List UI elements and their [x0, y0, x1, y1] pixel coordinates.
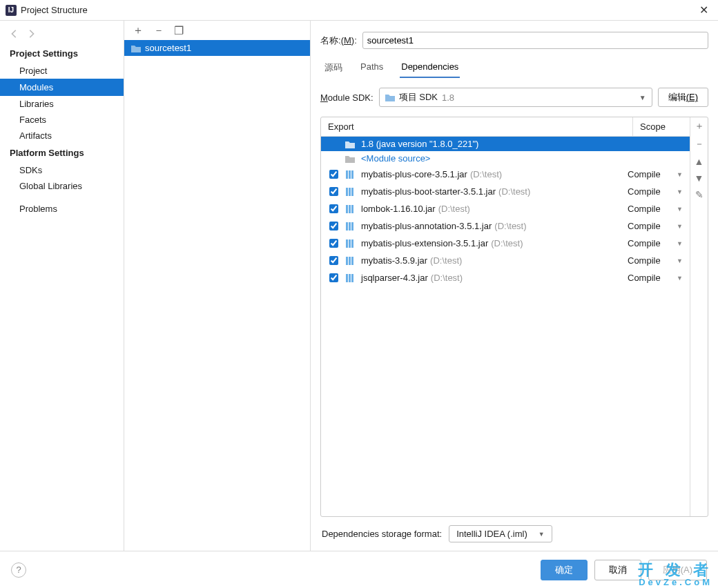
- remove-dep-icon[interactable]: －: [695, 138, 704, 150]
- svg-rect-2: [351, 170, 353, 179]
- left-nav: Project Settings ProjectModulesLibraries…: [0, 21, 124, 551]
- svg-rect-12: [346, 239, 348, 248]
- add-module-icon[interactable]: ＋: [133, 23, 144, 38]
- export-checkbox[interactable]: [329, 239, 338, 248]
- svg-rect-10: [349, 222, 351, 231]
- copy-module-icon[interactable]: ❐: [174, 24, 184, 37]
- scope-select[interactable]: Compile▼: [628, 238, 683, 248]
- remove-module-icon[interactable]: －: [153, 23, 164, 38]
- nav-item-global-libraries[interactable]: Global Libraries: [0, 178, 124, 194]
- nav-item-project[interactable]: Project: [0, 63, 124, 79]
- library-icon: [345, 256, 356, 266]
- dependency-name: mybatis-plus-boot-starter-3.5.1.jar(D:\t…: [361, 186, 622, 197]
- close-icon[interactable]: ✕: [695, 3, 712, 17]
- name-label: 名称:(M):: [320, 35, 357, 47]
- watermark: 开 发 者 DevZe.CoM: [638, 562, 712, 587]
- ok-button[interactable]: 确定: [541, 560, 588, 580]
- scope-select[interactable]: Compile▼: [628, 169, 683, 179]
- export-checkbox[interactable]: [329, 256, 338, 265]
- module-row-sourcetest1[interactable]: sourcetest1: [124, 40, 310, 56]
- scope-select[interactable]: Compile▼: [628, 221, 683, 231]
- chevron-down-icon: ▼: [639, 94, 646, 101]
- dependency-row[interactable]: mybatis-plus-boot-starter-3.5.1.jar(D:\t…: [321, 183, 690, 200]
- svg-rect-4: [349, 188, 351, 196]
- export-checkbox[interactable]: [329, 273, 338, 282]
- storage-format-select[interactable]: IntelliJ IDEA (.iml) ▼: [449, 525, 552, 542]
- svg-rect-19: [349, 274, 351, 282]
- edit-sdk-button[interactable]: 编辑(E): [658, 88, 708, 107]
- cancel-button[interactable]: 取消: [594, 560, 641, 580]
- dependency-row[interactable]: <Module source>: [321, 151, 690, 166]
- nav-item-libraries[interactable]: Libraries: [0, 96, 124, 112]
- module-detail-panel: 名称:(M): 源码PathsDependencies Module SDK: …: [311, 21, 718, 551]
- folder-icon: [345, 140, 356, 148]
- nav-item-modules[interactable]: Modules: [0, 79, 124, 96]
- dependency-row[interactable]: mybatis-plus-core-3.5.1.jar(D:\test)Comp…: [321, 166, 690, 183]
- nav-item-sdks[interactable]: SDKs: [0, 162, 124, 178]
- platform-settings-header: Platform Settings: [0, 144, 124, 162]
- scope-select[interactable]: Compile▼: [628, 273, 683, 283]
- module-sdk-select[interactable]: 项目 SDK 1.8 ▼: [379, 88, 652, 107]
- library-icon: [345, 222, 356, 231]
- svg-rect-9: [346, 222, 348, 231]
- svg-rect-7: [349, 205, 351, 213]
- module-list-panel: ＋ － ❐ sourcetest1: [124, 21, 311, 551]
- scope-select[interactable]: Compile▼: [628, 204, 683, 214]
- titlebar: IJ Project Structure ✕: [0, 0, 718, 21]
- library-icon: [345, 204, 356, 214]
- folder-icon: [345, 155, 356, 163]
- chevron-down-icon: ▼: [677, 206, 683, 213]
- app-icon: IJ: [6, 5, 17, 16]
- move-down-icon[interactable]: ▼: [695, 173, 704, 184]
- svg-rect-11: [351, 222, 353, 231]
- export-checkbox[interactable]: [329, 222, 338, 231]
- scope-select[interactable]: Compile▼: [628, 255, 683, 266]
- chevron-down-icon: ▼: [677, 223, 683, 230]
- library-icon: [345, 273, 356, 283]
- help-icon[interactable]: ?: [11, 562, 26, 578]
- export-checkbox[interactable]: [329, 187, 338, 196]
- dependency-row[interactable]: jsqlparser-4.3.jar(D:\test)Compile▼: [321, 269, 690, 286]
- move-up-icon[interactable]: ▲: [695, 156, 704, 167]
- add-dep-icon[interactable]: ＋: [695, 120, 704, 133]
- tab-源码[interactable]: 源码: [323, 57, 344, 78]
- export-checkbox[interactable]: [329, 204, 338, 213]
- dependency-row[interactable]: lombok-1.16.10.jar(D:\test)Compile▼: [321, 200, 690, 217]
- module-toolbar: ＋ － ❐: [124, 21, 310, 40]
- nav-item-facets[interactable]: Facets: [0, 112, 124, 128]
- chevron-down-icon: ▼: [677, 188, 683, 195]
- chevron-down-icon: ▼: [677, 240, 683, 247]
- chevron-down-icon: ▼: [677, 257, 683, 264]
- back-icon[interactable]: [10, 29, 19, 41]
- dependency-row[interactable]: 1.8 (java version "1.8.0_221"): [321, 137, 690, 151]
- dependency-name: mybatis-plus-annotation-3.5.1.jar(D:\tes…: [361, 221, 622, 231]
- edit-dep-icon[interactable]: ✎: [695, 189, 704, 200]
- sdk-folder-icon: [385, 93, 395, 101]
- dependency-row[interactable]: mybatis-3.5.9.jar(D:\test)Compile▼: [321, 252, 690, 269]
- dependency-name: jsqlparser-4.3.jar(D:\test): [361, 273, 622, 283]
- dependency-name: mybatis-plus-extension-3.5.1.jar(D:\test…: [361, 238, 622, 248]
- dependency-row[interactable]: mybatis-plus-extension-3.5.1.jar(D:\test…: [321, 235, 690, 252]
- module-folder-icon: [131, 44, 141, 52]
- dependencies-table: Export Scope 1.8 (java version "1.8.0_22…: [321, 117, 690, 516]
- nav-item-artifacts[interactable]: Artifacts: [0, 128, 124, 144]
- chevron-down-icon: ▼: [677, 275, 683, 282]
- dependency-name: mybatis-3.5.9.jar(D:\test): [361, 255, 622, 266]
- module-tabs: 源码PathsDependencies: [320, 57, 708, 78]
- scope-select[interactable]: Compile▼: [628, 186, 683, 197]
- module-name-input[interactable]: [362, 32, 708, 49]
- export-checkbox[interactable]: [329, 170, 338, 179]
- forward-icon[interactable]: [26, 29, 36, 41]
- dialog-footer: ? 确定 取消 应用(A) 开 发 者 DevZe.CoM: [0, 551, 718, 588]
- dependency-name: mybatis-plus-core-3.5.1.jar(D:\test): [361, 169, 622, 179]
- tab-paths[interactable]: Paths: [359, 57, 385, 78]
- nav-back-forward: [0, 25, 124, 44]
- chevron-down-icon: ▼: [538, 531, 545, 538]
- dependency-row[interactable]: mybatis-plus-annotation-3.5.1.jar(D:\tes…: [321, 217, 690, 235]
- library-icon: [345, 239, 356, 248]
- dependencies-side-toolbar: ＋ － ▲ ▼ ✎: [690, 117, 708, 516]
- tab-dependencies[interactable]: Dependencies: [400, 57, 460, 78]
- nav-problems[interactable]: Problems: [0, 201, 124, 217]
- scope-header: Scope: [633, 117, 690, 136]
- svg-rect-20: [351, 274, 353, 282]
